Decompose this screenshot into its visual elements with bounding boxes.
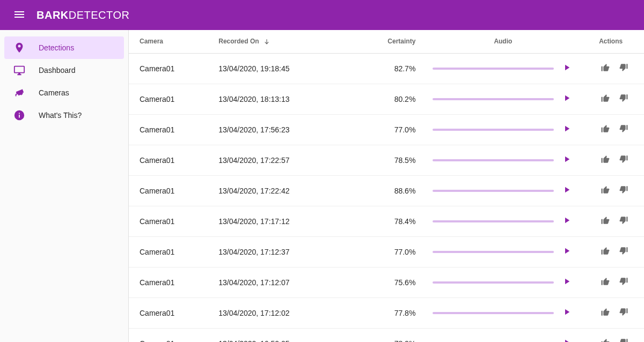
cell-camera: Camera01 xyxy=(129,175,210,206)
cell-audio xyxy=(424,236,582,267)
audio-progress[interactable] xyxy=(433,129,554,131)
play-button[interactable] xyxy=(560,337,573,342)
thumbs-down-icon xyxy=(619,124,628,135)
menu-button[interactable] xyxy=(9,4,30,26)
thumbs-up-button[interactable] xyxy=(598,153,613,168)
cell-actions xyxy=(582,328,644,342)
sidebar-item-label: What's This? xyxy=(39,111,82,120)
play-icon xyxy=(562,277,572,288)
audio-progress[interactable] xyxy=(433,159,554,161)
play-icon xyxy=(562,185,572,196)
play-button[interactable] xyxy=(560,62,573,75)
play-button[interactable] xyxy=(560,215,573,228)
cell-audio xyxy=(424,298,582,328)
audio-progress[interactable] xyxy=(433,68,554,70)
thumbs-up-button[interactable] xyxy=(598,244,613,259)
thumbs-up-icon xyxy=(601,63,610,74)
cell-recorded-on: 13/04/2020, 17:56:23 xyxy=(210,114,356,145)
audio-progress[interactable] xyxy=(433,98,554,100)
sidebar-item-whats-this[interactable]: What's This? xyxy=(4,104,124,127)
cell-camera: Camera01 xyxy=(129,53,210,84)
cell-certainty: 78.4% xyxy=(356,206,424,236)
cell-certainty: 77.0% xyxy=(356,114,424,145)
cell-audio xyxy=(424,206,582,236)
thumbs-down-button[interactable] xyxy=(616,92,631,107)
col-header-audio: Audio xyxy=(424,30,582,53)
cell-actions xyxy=(582,236,644,267)
play-button[interactable] xyxy=(560,307,573,319)
cell-recorded-on: 13/04/2020, 17:22:42 xyxy=(210,175,356,206)
place-icon xyxy=(13,41,26,54)
cell-audio xyxy=(424,114,582,145)
audio-progress[interactable] xyxy=(433,220,554,222)
sidebar-item-cameras[interactable]: Cameras xyxy=(4,81,124,104)
cell-audio xyxy=(424,328,582,342)
thumbs-up-icon xyxy=(601,338,610,342)
play-button[interactable] xyxy=(560,123,573,136)
cell-certainty: 77.8% xyxy=(356,298,424,328)
col-header-camera[interactable]: Camera xyxy=(129,30,210,53)
cell-recorded-on: 13/04/2020, 17:12:07 xyxy=(210,267,356,298)
col-header-recorded-on[interactable]: Recorded On xyxy=(210,30,356,53)
thumbs-up-button[interactable] xyxy=(598,275,613,290)
cell-camera: Camera01 xyxy=(129,298,210,328)
cell-certainty: 78.0% xyxy=(356,328,424,342)
table-row: Camera01 13/04/2020, 17:12:37 77.0% xyxy=(129,236,644,267)
cell-recorded-on: 13/04/2020, 19:18:45 xyxy=(210,53,356,84)
thumbs-up-button[interactable] xyxy=(598,122,613,137)
thumbs-down-button[interactable] xyxy=(616,153,631,168)
thumbs-up-button[interactable] xyxy=(598,183,613,198)
audio-progress[interactable] xyxy=(433,312,554,314)
content: Camera Recorded On Certainty Audi xyxy=(129,30,644,342)
col-header-actions: Actions xyxy=(582,30,644,53)
audio-progress[interactable] xyxy=(433,251,554,253)
play-icon xyxy=(562,124,572,135)
thumbs-up-button[interactable] xyxy=(598,214,613,229)
table-row: Camera01 13/04/2020, 18:13:13 80.2% xyxy=(129,84,644,114)
thumbs-down-icon xyxy=(619,93,628,105)
app-bar: BARKDETECTOR xyxy=(0,0,644,30)
cell-camera: Camera01 xyxy=(129,206,210,236)
thumbs-up-button[interactable] xyxy=(598,92,613,107)
play-button[interactable] xyxy=(560,93,573,106)
thumbs-down-button[interactable] xyxy=(616,61,631,76)
thumbs-down-button[interactable] xyxy=(616,122,631,137)
play-icon xyxy=(562,154,572,166)
audio-progress[interactable] xyxy=(433,281,554,284)
play-button[interactable] xyxy=(560,154,573,167)
cell-recorded-on: 13/04/2020, 16:50:05 xyxy=(210,328,356,342)
thumbs-down-button[interactable] xyxy=(616,244,631,259)
play-button[interactable] xyxy=(560,246,573,258)
cell-actions xyxy=(582,175,644,206)
cell-certainty: 88.6% xyxy=(356,175,424,206)
cell-audio xyxy=(424,175,582,206)
thumbs-up-button[interactable] xyxy=(598,61,613,76)
thumbs-down-button[interactable] xyxy=(616,336,631,342)
detections-table: Camera Recorded On Certainty Audi xyxy=(129,30,644,342)
cell-camera: Camera01 xyxy=(129,145,210,175)
col-header-certainty[interactable]: Certainty xyxy=(356,30,424,53)
cell-certainty: 82.7% xyxy=(356,53,424,84)
brand-light: DETECTOR xyxy=(69,9,130,21)
play-button[interactable] xyxy=(560,276,573,289)
thumbs-down-button[interactable] xyxy=(616,214,631,229)
thumbs-down-button[interactable] xyxy=(616,275,631,290)
thumbs-up-icon xyxy=(601,93,610,105)
thumbs-up-button[interactable] xyxy=(598,306,613,321)
thumbs-down-button[interactable] xyxy=(616,306,631,321)
cell-audio xyxy=(424,84,582,114)
sidebar-item-dashboard[interactable]: Dashboard xyxy=(4,59,124,81)
cell-recorded-on: 13/04/2020, 17:12:37 xyxy=(210,236,356,267)
info-icon xyxy=(13,109,26,122)
sidebar-item-detections[interactable]: Detections xyxy=(4,36,124,59)
table-row: Camera01 13/04/2020, 17:12:02 77.8% xyxy=(129,298,644,328)
cell-actions xyxy=(582,145,644,175)
thumbs-down-icon xyxy=(619,246,628,257)
thumbs-up-button[interactable] xyxy=(598,336,613,342)
table-row: Camera01 13/04/2020, 17:12:07 75.6% xyxy=(129,267,644,298)
table-row: Camera01 13/04/2020, 17:56:23 77.0% xyxy=(129,114,644,145)
play-button[interactable] xyxy=(560,184,573,197)
audio-progress[interactable] xyxy=(433,190,554,192)
cell-recorded-on: 13/04/2020, 17:22:57 xyxy=(210,145,356,175)
thumbs-down-button[interactable] xyxy=(616,183,631,198)
